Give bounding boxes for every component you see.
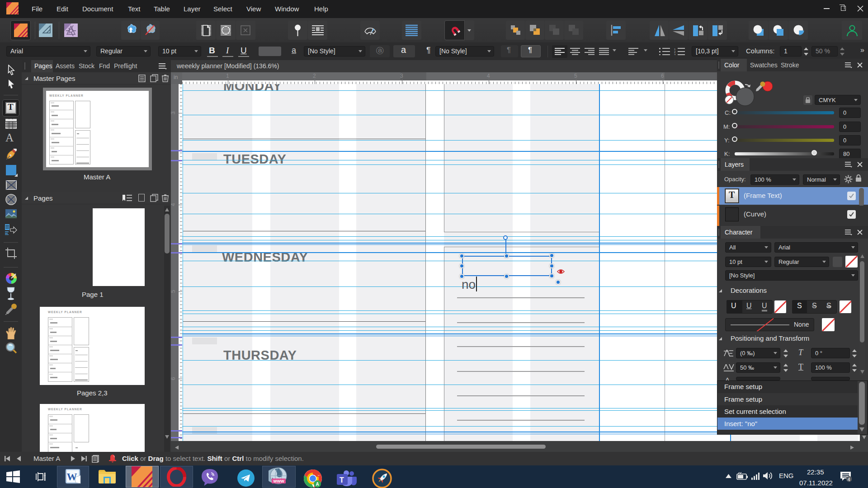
svg-text:4: 4 (848, 477, 850, 482)
svg-text:A: A (316, 482, 319, 487)
svg-text:T: T (340, 476, 344, 484)
svg-text:W: W (67, 471, 77, 483)
svg-text:3: 3 (674, 53, 676, 55)
svg-text:WWW: WWW (274, 479, 285, 483)
